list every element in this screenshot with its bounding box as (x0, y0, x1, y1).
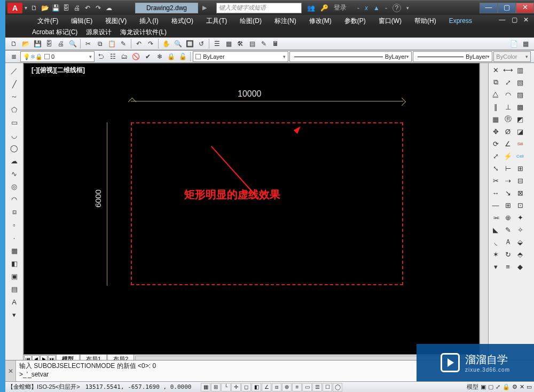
mod-erase-icon[interactable]: ✕ (490, 64, 501, 76)
layer-current-name[interactable]: 0 (51, 53, 54, 60)
layer-bulb-icon[interactable]: 💡 (23, 53, 30, 60)
layer-prev-icon[interactable]: ⮌ (96, 51, 106, 62)
layer-off-icon[interactable]: 🚫 (131, 51, 142, 62)
tb-undo-icon[interactable]: ↶ (134, 38, 144, 49)
dimension-vertical[interactable] (107, 122, 117, 286)
layer-on-icon[interactable]: ✔ (143, 51, 153, 62)
document-tab[interactable]: Drawing2.dwg (135, 3, 198, 13)
menu-yuanquan[interactable]: 源泉设计 (86, 28, 112, 37)
status-hw-icon[interactable]: ⚙ (512, 383, 517, 390)
model-space-canvas[interactable]: [-][俯视][二维线框] 10000 6000 矩形明显的虚线效果 (23, 63, 480, 355)
am-toggle-icon[interactable]: ◯ (333, 383, 342, 391)
dim-edit-icon[interactable]: ✎ (502, 224, 514, 236)
menu-insert[interactable]: 插入(I) (134, 15, 163, 27)
menu-tools[interactable]: 工具(T) (201, 15, 232, 27)
draw-region-icon[interactable]: ▣ (9, 270, 20, 282)
draw-polygon-icon[interactable]: ⬠ (9, 104, 20, 115)
ortho-toggle-icon[interactable]: └ (221, 383, 231, 391)
dim-style-icon[interactable]: ≡ (502, 261, 514, 272)
ext-ceil-icon[interactable]: Ceil (514, 150, 526, 162)
dim-leader-icon[interactable]: ↘ (502, 187, 514, 199)
color-drop-icon[interactable]: ▾ (283, 54, 286, 59)
app-icon[interactable]: A (7, 3, 22, 13)
tb-open-icon[interactable]: 📂 (20, 38, 31, 49)
tb-pan-icon[interactable]: ✋ (161, 38, 171, 49)
layer-color-swatch[interactable] (44, 54, 50, 59)
menu-param[interactable]: 参数(P) (339, 15, 371, 27)
search-input[interactable]: 键入关键字或短语 (216, 3, 302, 13)
exchange-x-icon[interactable]: x (365, 4, 368, 12)
menu-edit[interactable]: 编辑(E) (66, 15, 98, 27)
polar-toggle-icon[interactable]: ✛ (231, 383, 241, 391)
status-coordinates[interactable]: 13517.5541, -657.1690 , 0.0000 (85, 383, 192, 390)
menu-help[interactable]: 帮助(H) (409, 15, 442, 27)
layer-unlock-icon[interactable]: 🔓 (177, 51, 188, 62)
status-model-label[interactable]: 模型 (467, 383, 478, 391)
osnap-toggle-icon[interactable]: ◻ (241, 383, 251, 391)
status-clean-icon[interactable]: ▭ (527, 383, 532, 390)
dim-base-icon[interactable]: ⊢ (502, 162, 514, 174)
dim-update-icon[interactable]: ↻ (502, 248, 514, 260)
menu-window[interactable]: 窗口(W) (373, 15, 407, 27)
mod-copy-icon[interactable]: ⧉ (490, 76, 501, 88)
ext-15-icon[interactable]: ⬙ (514, 236, 526, 248)
tb-zoom-window-icon[interactable]: 🔲 (184, 38, 195, 49)
draw-xline-icon[interactable]: ╱ (9, 78, 20, 90)
dim-ord-icon[interactable]: ⊥ (502, 101, 514, 113)
dim-tol-icon[interactable]: ⊞ (502, 199, 514, 211)
color-combo[interactable]: ByLayer ▾ (193, 51, 288, 62)
mod-trim-icon[interactable]: ✂ (490, 175, 501, 186)
ext-17-icon[interactable]: ◆ (514, 261, 526, 272)
draw-ellipse-icon[interactable]: ◎ (9, 181, 20, 192)
ext-sill-icon[interactable]: Sill (514, 138, 526, 150)
draw-circle-icon[interactable]: ◯ (9, 142, 20, 154)
tb-save-icon[interactable]: 💾 (32, 38, 43, 49)
mod-scale-icon[interactable]: ⤢ (490, 150, 501, 162)
help-icon[interactable]: ? (392, 4, 401, 12)
dim-arc-icon[interactable]: ◠ (502, 89, 514, 100)
layer-freeze2-icon[interactable]: ❄ (154, 51, 165, 62)
ext-13-icon[interactable]: ✦ (514, 211, 526, 223)
dim-aligned-icon[interactable]: ⤢ (502, 76, 514, 88)
ext-4-icon[interactable]: ▩ (514, 101, 526, 113)
exchange-people-icon[interactable]: 👥 (307, 4, 315, 12)
dim-radius-icon[interactable]: Ⓡ (502, 113, 514, 125)
plotstyle-combo[interactable]: ByColor ▾ (493, 51, 531, 62)
draw-table-icon[interactable]: ▤ (9, 283, 20, 295)
status-lock-icon[interactable]: 🔒 (502, 383, 510, 390)
undo-icon[interactable]: ↶ (83, 3, 92, 13)
menu-dimension[interactable]: 标注(N) (269, 15, 302, 27)
draw-mtext-icon[interactable]: A (9, 296, 20, 308)
cmd-close-icon[interactable]: ✕ (5, 360, 16, 381)
signin-label[interactable]: 登录 (334, 3, 347, 12)
ext-12-icon[interactable]: ⊡ (514, 199, 526, 211)
mod-break-icon[interactable]: — (490, 199, 501, 211)
ext-6-icon[interactable]: ◪ (514, 126, 526, 137)
drawn-rectangle[interactable] (131, 122, 403, 285)
dim-tedit-icon[interactable]: Ａ (502, 236, 514, 248)
save-icon[interactable]: 💾 (51, 3, 60, 13)
status-iso-icon[interactable]: ✕ (520, 383, 524, 390)
help-drop-icon[interactable]: ▾ (406, 5, 409, 11)
mod-extend-icon[interactable]: ↔ (490, 187, 501, 199)
tb-match-icon[interactable]: ✎ (118, 38, 129, 49)
otrack-toggle-icon[interactable]: ∠ (262, 383, 271, 391)
tb-zoom-realtime-icon[interactable]: 🔍 (172, 38, 183, 49)
lwt-toggle-icon[interactable]: ≡ (292, 383, 302, 391)
tb-calc-icon[interactable]: 🖩 (270, 38, 281, 49)
mdi-window-controls[interactable]: — ▢ ✕ (499, 16, 531, 23)
layer-freeze-icon[interactable]: ❄ (30, 53, 35, 60)
mod-mirror-icon[interactable]: ⧋ (490, 89, 501, 100)
linetype-drop-icon[interactable]: ▾ (406, 54, 409, 59)
layer-drop-icon[interactable]: ▾ (89, 54, 92, 59)
mod-join-icon[interactable]: ⫘ (490, 211, 501, 223)
tb-other-icon[interactable]: ▦ (520, 38, 531, 49)
exchange-a-icon[interactable]: ▲ (373, 4, 380, 12)
close-button[interactable]: ✕ (516, 3, 534, 13)
draw-ellipsearc-icon[interactable]: ◠ (9, 193, 20, 205)
mod-fillet-icon[interactable]: ◟ (490, 236, 501, 248)
tb-props-icon[interactable]: ☰ (211, 38, 222, 49)
3dosnap-toggle-icon[interactable]: ◧ (252, 383, 261, 391)
app-menu-drop-icon[interactable]: ▾ (25, 5, 27, 11)
menu-view[interactable]: 视图(V) (100, 15, 132, 27)
